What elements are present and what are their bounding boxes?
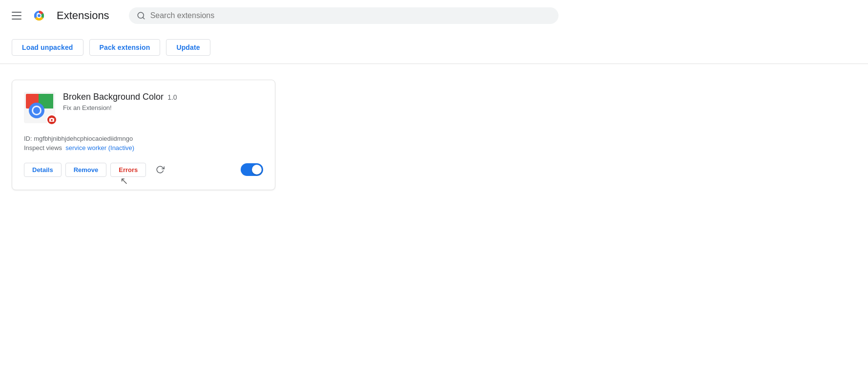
main-content: Broken Background Color 1.0 Fix an Exten… xyxy=(0,64,868,206)
extension-toggle[interactable] xyxy=(241,163,263,176)
inspect-row: Inspect views service worker (Inactive) xyxy=(24,144,263,152)
remove-button[interactable]: Remove xyxy=(65,163,107,177)
extension-name: Broken Background Color xyxy=(63,92,164,102)
svg-point-4 xyxy=(38,14,41,17)
extension-id: ID: mgfbhjnibhjdehcphiocaoiediidmngo xyxy=(24,135,263,142)
inspect-label: Inspect views xyxy=(24,144,62,152)
svg-point-15 xyxy=(51,119,53,121)
card-info: Broken Background Color 1.0 Fix an Exten… xyxy=(63,92,263,111)
search-icon xyxy=(137,11,145,20)
reload-button[interactable] xyxy=(152,161,168,178)
details-button[interactable]: Details xyxy=(24,163,62,177)
error-badge-icon xyxy=(49,117,55,123)
ext-name-row: Broken Background Color 1.0 xyxy=(63,92,263,102)
header: Extensions xyxy=(0,0,868,31)
toolbar: Load unpacked Pack extension Update xyxy=(0,31,868,64)
search-input[interactable] xyxy=(150,11,551,20)
search-container xyxy=(129,7,558,24)
load-unpacked-button[interactable]: Load unpacked xyxy=(12,39,83,56)
chrome-logo xyxy=(31,8,47,23)
extension-description: Fix an Extension! xyxy=(63,104,263,111)
page-title: Extensions xyxy=(57,9,109,22)
header-left: Extensions xyxy=(12,8,109,23)
menu-icon[interactable] xyxy=(12,10,23,22)
svg-rect-16 xyxy=(51,118,53,119)
svg-line-6 xyxy=(143,17,144,19)
extension-icon-wrapper xyxy=(24,92,55,123)
extension-card: Broken Background Color 1.0 Fix an Exten… xyxy=(12,80,275,190)
pack-extension-button[interactable]: Pack extension xyxy=(89,39,161,56)
error-badge xyxy=(46,114,57,125)
card-top: Broken Background Color 1.0 Fix an Exten… xyxy=(24,92,263,123)
reload-icon xyxy=(156,165,165,174)
extension-version: 1.0 xyxy=(167,93,177,101)
search-bar xyxy=(129,7,558,24)
card-actions: Details Remove Errors ↖ xyxy=(24,161,263,178)
service-worker-link[interactable]: service worker (Inactive) xyxy=(65,144,134,152)
update-button[interactable]: Update xyxy=(166,39,210,56)
svg-point-13 xyxy=(33,107,40,114)
toggle-thumb xyxy=(252,165,262,174)
card-meta: ID: mgfbhjnibhjdehcphiocaoiediidmngo Ins… xyxy=(24,135,263,152)
errors-button[interactable]: Errors xyxy=(110,163,146,177)
